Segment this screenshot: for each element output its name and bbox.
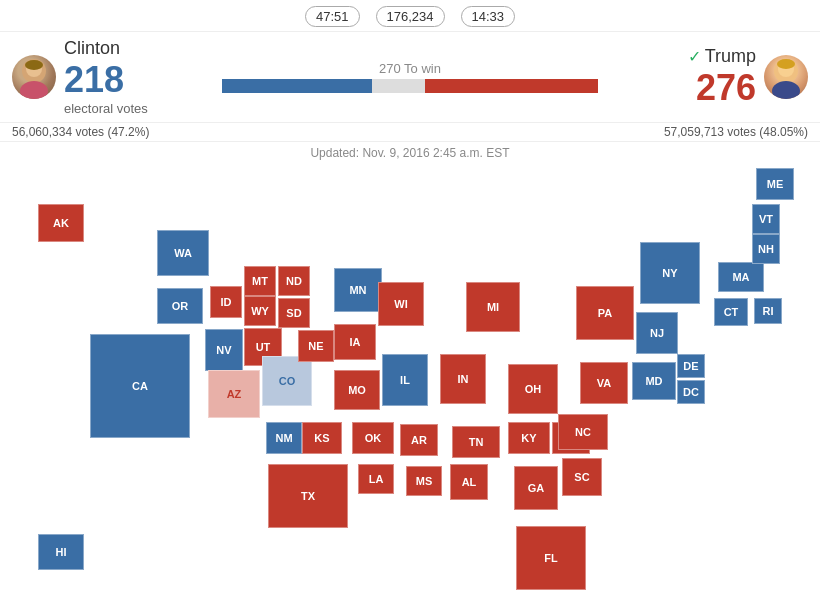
state-tn: TN [452,426,500,458]
state-ny: NY [640,242,700,304]
svg-point-1 [20,81,48,99]
state-oh: OH [508,364,558,414]
clinton-ev: 218 [64,59,148,101]
state-ri: RI [754,298,782,324]
state-mn: MN [334,268,382,312]
state-co: CO [262,356,312,406]
clinton-info: Clinton 218 electoral votes [64,38,148,116]
trump-side: ✓ Trump 276 [608,46,808,109]
win-threshold: 270 To win [379,61,441,76]
state-wi: WI [378,282,424,326]
svg-point-3 [25,60,43,70]
state-nv: NV [205,329,243,371]
state-ak: AK [38,204,84,242]
state-nj: NJ [636,312,678,354]
vote-counts: 56,060,334 votes (47.2%) 57,059,713 vote… [0,123,820,142]
trump-name: Trump [705,46,756,67]
state-sc: SC [562,458,602,496]
state-md: MD [632,362,676,400]
app-container: 47:51 176,234 14:33 Clinton 218 electora… [0,0,820,593]
state-ga: GA [514,466,558,510]
state-ma: MA [718,262,764,292]
checkmark-icon: ✓ [688,47,701,66]
trump-info: ✓ Trump 276 [688,46,756,109]
state-ok: OK [352,422,394,454]
state-me: ME [756,168,794,200]
trump-popular: 57,059,713 votes (48.05%) [664,125,808,139]
state-hi: HI [38,534,84,570]
state-mi: MI [466,282,520,332]
state-az: AZ [208,370,260,418]
progress-bar [222,79,598,93]
map-area: AKHIWAORCANVIDMTWYUTAZCONMTXNDSDNEKSOKLA… [0,164,820,593]
state-dc: DC [677,380,705,404]
svg-point-7 [777,59,795,69]
state-il: IL [382,354,428,406]
state-ar: AR [400,424,438,456]
state-ne: NE [298,330,334,362]
svg-point-5 [772,81,800,99]
updated-line: Updated: Nov. 9, 2016 2:45 a.m. EST [0,142,820,164]
state-al: AL [450,464,488,500]
state-id: ID [210,286,242,318]
state-ca: CA [90,334,190,438]
timers-row: 47:51 176,234 14:33 [0,0,820,32]
state-pa: PA [576,286,634,340]
clinton-name: Clinton [64,38,148,59]
state-va: VA [580,362,628,404]
trump-bar [425,79,598,93]
candidate-bar: Clinton 218 electoral votes 270 To win ✓… [0,32,820,123]
clinton-bar [222,79,372,93]
state-fl: FL [516,526,586,590]
clinton-side: Clinton 218 electoral votes [12,38,212,116]
clinton-ev-label: electoral votes [64,101,148,116]
state-wy: WY [244,296,276,326]
clinton-avatar [12,55,56,99]
state-ct: CT [714,298,748,326]
trump-avatar [764,55,808,99]
state-de: DE [677,354,705,378]
state-ms: MS [406,466,442,496]
state-ks: KS [302,422,342,454]
state-ky: KY [508,422,550,454]
trump-ev: 276 [688,67,756,109]
timer-2: 176,234 [376,6,445,27]
state-or: OR [157,288,203,324]
progress-section: 270 To win [212,61,608,93]
state-nd: ND [278,266,310,296]
timer-3: 14:33 [461,6,516,27]
state-mt: MT [244,266,276,296]
bar-empty [372,79,425,93]
state-ia: IA [334,324,376,360]
state-wa: WA [157,230,209,276]
state-nc: NC [558,414,608,450]
state-sd: SD [278,298,310,328]
state-nh: NH [752,234,780,264]
state-la: LA [358,464,394,494]
state-vt: VT [752,204,780,234]
state-mo: MO [334,370,380,410]
clinton-popular: 56,060,334 votes (47.2%) [12,125,149,139]
timer-1: 47:51 [305,6,360,27]
state-tx: TX [268,464,348,528]
state-nm: NM [266,422,302,454]
state-in: IN [440,354,486,404]
